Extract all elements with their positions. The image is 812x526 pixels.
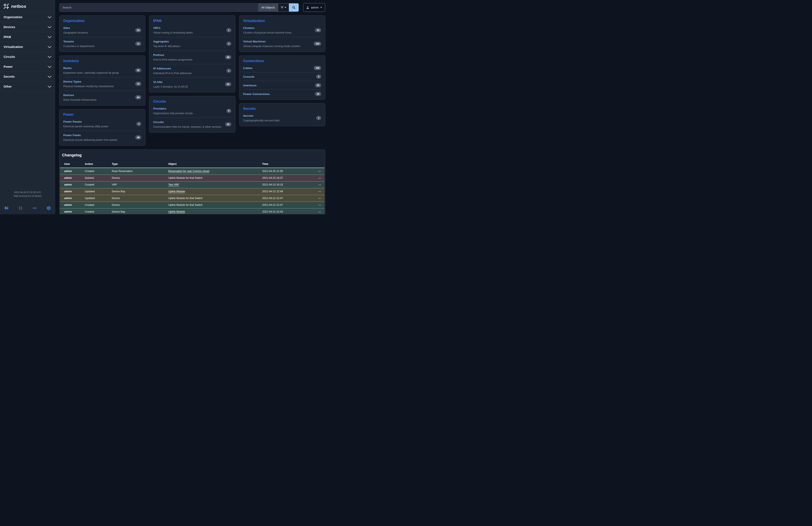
item-desc: Virtual compute instances running inside… bbox=[243, 45, 300, 48]
row-menu-icon[interactable]: ⋯ bbox=[318, 203, 321, 207]
changelog-row: admin Updated Device Bay Uplink Module 2… bbox=[60, 188, 324, 195]
brand-home-link[interactable]: netbox bbox=[0, 0, 55, 12]
cell-time: 2021-04-22 22:47 bbox=[260, 195, 313, 202]
row-menu-icon[interactable]: ⋯ bbox=[318, 190, 321, 193]
col-header-time: Time bbox=[260, 161, 313, 168]
sidebar-item-devices[interactable]: Devices bbox=[0, 22, 55, 32]
filter-icon bbox=[281, 6, 284, 9]
item-link[interactable]: Sites bbox=[63, 26, 70, 30]
user-menu-button[interactable]: admin bbox=[303, 3, 325, 12]
sidebar-item-other[interactable]: Other bbox=[0, 82, 55, 91]
sidebar-item-virtualization[interactable]: Virtualization bbox=[0, 42, 55, 52]
changelog-row: admin Updated Device Uplink Module for t… bbox=[60, 195, 324, 202]
item-count-badge: 63 bbox=[225, 82, 231, 86]
item-ip-addresses: IP Addresses Individual IPv4 & IPv6 addr… bbox=[153, 64, 231, 78]
item-link[interactable]: VRFs bbox=[153, 26, 160, 30]
card-changelog: Changelog User Action Type Object Time bbox=[59, 150, 325, 214]
sidebar-item-label: Virtualization bbox=[4, 45, 23, 48]
col-header-actions bbox=[313, 161, 324, 168]
item-desc: Organizations that provide circuits bbox=[153, 112, 193, 115]
item-count-badge: 1 bbox=[226, 28, 231, 32]
item-count-badge: 108 bbox=[314, 66, 321, 70]
item-desc: Customers or departments bbox=[63, 45, 95, 48]
item-link[interactable]: Racks bbox=[63, 67, 72, 70]
item-link[interactable]: Devices bbox=[63, 94, 74, 97]
changelog-row: admin Created Device Uplink Module for t… bbox=[60, 202, 324, 208]
card-title: Virtualization bbox=[243, 19, 321, 23]
row-menu-icon[interactable]: ⋯ bbox=[318, 176, 321, 180]
item-link[interactable]: Interfaces bbox=[243, 84, 257, 87]
row-menu-icon[interactable]: ⋯ bbox=[318, 170, 321, 173]
item-desc: Communication links for transit, transpo… bbox=[153, 125, 221, 128]
object-link[interactable]: Test VRF bbox=[168, 183, 179, 186]
item-power-connections: Power Connections 26 bbox=[243, 90, 321, 98]
item-link[interactable]: VLANs bbox=[153, 81, 162, 84]
item-desc: Electrical panels receiving utility powe… bbox=[63, 125, 108, 128]
object-link[interactable]: Uplink Module bbox=[168, 190, 185, 193]
item-count-badge: 4 bbox=[136, 122, 141, 126]
docs-book-icon[interactable] bbox=[5, 207, 9, 210]
help-lifering-icon[interactable] bbox=[47, 206, 50, 210]
cell-action: Deleted bbox=[83, 174, 110, 181]
item-link[interactable]: Console bbox=[243, 75, 255, 78]
item-desc: Geographic locations bbox=[63, 31, 88, 34]
item-link[interactable]: Device Types bbox=[63, 80, 81, 83]
item-desc: Layer 2 domains, by VLAN ID bbox=[153, 85, 188, 88]
sidebar-item-circuits[interactable]: Circuits bbox=[0, 52, 55, 62]
search-input[interactable] bbox=[59, 3, 258, 12]
item-link[interactable]: Clusters bbox=[243, 26, 255, 30]
item-link[interactable]: Prefixes bbox=[153, 53, 164, 57]
card-title: Circuits bbox=[153, 99, 231, 103]
sidebar: netbox Organization Devices IPAM Virtual… bbox=[0, 0, 55, 214]
item-count-badge: 24 bbox=[135, 28, 142, 32]
item-link[interactable]: Circuits bbox=[153, 120, 164, 124]
item-count-badge: 0 bbox=[316, 74, 321, 79]
row-menu-icon[interactable]: ⋯ bbox=[318, 183, 321, 186]
item-interfaces: Interfaces 26 bbox=[243, 81, 321, 90]
item-link[interactable]: Aggregates bbox=[153, 40, 169, 43]
filter-dropdown-button[interactable] bbox=[278, 3, 289, 12]
item-link[interactable]: IP Addresses bbox=[153, 67, 171, 70]
row-menu-icon[interactable]: ⋯ bbox=[318, 210, 321, 213]
card-organization: Organization Sites Geographic locations … bbox=[59, 15, 145, 52]
card-virtualization: Virtualization Clusters Clusters of phys… bbox=[239, 15, 325, 52]
card-secrets: Secrets Secrets Cryptographically secure… bbox=[239, 103, 325, 126]
changelog-table: User Action Type Object Time admin Creat… bbox=[60, 161, 324, 214]
dashboard-grid: Organization Sites Geographic locations … bbox=[59, 15, 325, 146]
item-link[interactable]: Providers bbox=[153, 107, 166, 110]
item-link[interactable]: Secrets bbox=[243, 114, 253, 117]
sidebar-item-power[interactable]: Power bbox=[0, 62, 55, 72]
object-link[interactable]: Reservation for rack Comms closet bbox=[168, 170, 209, 173]
cell-user: admin bbox=[60, 188, 83, 195]
item-count-badge: 26 bbox=[315, 92, 321, 96]
item-link[interactable]: Virtual Machines bbox=[243, 40, 266, 43]
api-braces-icon[interactable]: {} bbox=[19, 206, 23, 210]
item-link[interactable]: Tenants bbox=[63, 40, 74, 43]
caret-down-icon bbox=[285, 7, 286, 8]
item-providers: Providers Organizations that provide cir… bbox=[153, 104, 231, 118]
code-icon[interactable]: <> bbox=[33, 206, 37, 210]
item-count-badge: 42 bbox=[135, 68, 142, 72]
cell-time: 2021-04-25 21:55 bbox=[260, 168, 313, 174]
sidebar-item-secrets[interactable]: Secrets bbox=[0, 72, 55, 82]
item-link[interactable]: Power Connections bbox=[243, 93, 270, 96]
search-group: All Objects bbox=[59, 3, 299, 12]
object-link[interactable]: Uplink Module bbox=[168, 210, 185, 213]
sidebar-item-organization[interactable]: Organization bbox=[0, 12, 55, 22]
cell-action: Created bbox=[83, 181, 110, 188]
item-desc: Physical hardware models by manufacturer bbox=[63, 85, 114, 88]
item-link[interactable]: Power Panels bbox=[63, 120, 82, 123]
col-header-user: User bbox=[60, 161, 83, 168]
item-link[interactable]: Cables bbox=[243, 67, 252, 70]
search-button[interactable] bbox=[289, 3, 299, 12]
row-menu-icon[interactable]: ⋯ bbox=[318, 197, 321, 200]
dashboard-column-2: IPAM VRFs Virtual routing & forwarding t… bbox=[149, 15, 235, 132]
col-header-object: Object bbox=[166, 161, 260, 168]
cell-type: Device bbox=[110, 195, 166, 202]
item-link[interactable]: Power Feeds bbox=[63, 133, 81, 137]
sidebar-item-ipam[interactable]: IPAM bbox=[0, 32, 55, 42]
sidebar-item-label: Devices bbox=[4, 25, 15, 29]
item-tenants: Tenants Customers or departments 11 bbox=[63, 37, 141, 51]
item-desc: Electrical circuits delivering power fro… bbox=[63, 139, 117, 141]
item-desc: Cryptographically secured data bbox=[243, 119, 279, 122]
